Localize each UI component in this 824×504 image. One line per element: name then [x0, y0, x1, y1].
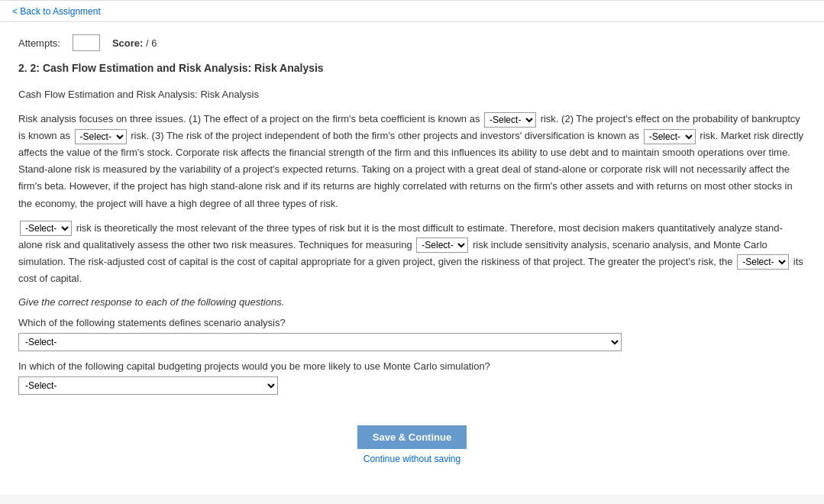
score-label-text: Score:	[112, 37, 143, 49]
attempts-input[interactable]	[73, 34, 100, 51]
instruction-text: Give the correct response to each of the…	[18, 296, 806, 308]
question2-label: In which of the following capital budget…	[18, 360, 806, 372]
inline-select-2[interactable]: -Select-	[75, 129, 127, 144]
save-continue-button[interactable]: Save & Continue	[357, 425, 467, 449]
question1-select[interactable]: -Select-	[18, 333, 622, 351]
question-title: 2. 2: Cash Flow Estimation and Risk Anal…	[18, 62, 806, 74]
score-label: Score: / 6	[112, 37, 157, 49]
inline-select-4[interactable]: -Select-	[20, 221, 72, 236]
body-text-p1: Risk analysis focuses on three issues. (…	[18, 113, 480, 124]
question2-select[interactable]: -Select-	[18, 376, 278, 395]
continue-without-saving-link[interactable]: Continue without saving	[18, 454, 806, 464]
inline-select-1[interactable]: -Select-	[484, 112, 536, 128]
question1-label: Which of the following statements define…	[18, 317, 806, 328]
back-to-assignment-link[interactable]: < Back to Assignment	[12, 6, 101, 17]
inline-select-3[interactable]: -Select-	[644, 129, 696, 144]
inline-select-6[interactable]: -Select-	[737, 254, 789, 270]
attempts-label: Attempts:	[18, 37, 60, 49]
main-paragraph: Risk analysis focuses on three issues. (…	[18, 111, 806, 212]
score-value: / 6	[146, 37, 157, 49]
body-heading: Cash Flow Estimation and Risk Analysis: …	[18, 86, 806, 103]
body-text-p3: risk. (3) The risk of the project indepe…	[131, 130, 639, 141]
second-paragraph: -Select- risk is theoretically the most …	[18, 220, 806, 287]
inline-select-5[interactable]: -Select-	[416, 237, 468, 253]
buttons-area: Save & Continue Continue without saving	[18, 425, 806, 464]
